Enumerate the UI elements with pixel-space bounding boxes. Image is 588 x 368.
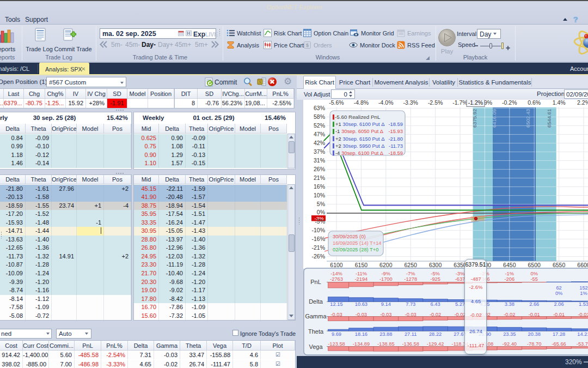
svg-text:-1700: -1700 — [379, 276, 393, 282]
svg-text:-65.66: -65.66 — [552, 341, 566, 347]
svg-text:-10%: -10% — [311, 227, 325, 233]
svg-text:-637: -637 — [455, 276, 465, 282]
svg-text:-5.60 Realized PnL: -5.60 Realized PnL — [335, 114, 381, 120]
svg-text:Theta: Theta — [308, 328, 324, 335]
svg-text:0%: 0% — [530, 271, 537, 276]
svg-text:-1.7%: -1.7% — [452, 100, 467, 106]
svg-text:62: 62 — [556, 285, 561, 291]
svg-text:-136.58: -136.58 — [402, 341, 419, 347]
svg-text:26%: 26% — [314, 166, 325, 172]
svg-text:12.15: 12.15 — [330, 301, 342, 307]
svg-text:9.69: 9.69 — [332, 331, 341, 337]
svg-text:Vega: Vega — [309, 343, 323, 350]
svg-text:Gamma: Gamma — [305, 313, 327, 319]
svg-text:5.27: 5.27 — [455, 301, 465, 307]
svg-text:152: 152 — [579, 285, 588, 291]
svg-text:2.2%: 2.2% — [577, 100, 588, 106]
svg-text:17.28: 17.28 — [553, 331, 565, 337]
svg-text:1%: 1% — [580, 291, 587, 296]
svg-text:$: $ — [306, 43, 309, 48]
svg-text:0%: 0% — [317, 209, 325, 215]
svg-text:16/09/2025 (14) T+14: 16/09/2025 (14) T+14 — [333, 240, 382, 246]
svg-text:-11.73: -11.73 — [389, 143, 403, 149]
svg-text:42%: 42% — [314, 140, 325, 146]
svg-text:20.38: 20.38 — [528, 331, 541, 337]
svg-text:-18.59: -18.59 — [388, 121, 403, 127]
svg-text:0%: 0% — [555, 291, 562, 296]
svg-text:-1278: -1278 — [404, 276, 417, 282]
svg-text:2.06: 2.06 — [554, 301, 564, 307]
svg-text:-0.01: -0.01 — [578, 312, 588, 317]
svg-text:-129.42: -129.42 — [427, 341, 444, 347]
svg-text:-1 30sep. 6050 Put Δ: -1 30sep. 6050 Put Δ — [335, 128, 383, 134]
svg-text:-0.03: -0.03 — [405, 312, 416, 317]
svg-text:6375.92: 6375.92 — [471, 109, 477, 128]
svg-text:$: $ — [259, 80, 261, 83]
svg-text:-0.01: -0.01 — [529, 312, 540, 317]
svg-text:-925: -925 — [430, 276, 440, 282]
svg-text:-123.58: -123.58 — [328, 341, 345, 347]
svg-text:30/09/2025 (0): 30/09/2025 (0) — [333, 234, 365, 239]
svg-text:-26%: -26% — [311, 253, 325, 260]
svg-text:31%: 31% — [314, 157, 325, 164]
svg-text:23.35: 23.35 — [503, 331, 516, 337]
svg-text:52%: 52% — [314, 122, 325, 129]
svg-text:-5%: -5% — [315, 218, 325, 225]
svg-text:1.53: 1.53 — [579, 301, 588, 307]
svg-text:-3.3%: -3.3% — [403, 100, 418, 106]
svg-text:23.88: 23.88 — [379, 331, 392, 337]
svg-text:-1%: -1% — [505, 271, 514, 276]
svg-text:-2763: -2763 — [330, 276, 343, 282]
svg-text:0.6%: 0.6% — [528, 100, 541, 106]
svg-text:+2 30sep. 5950 Put Δ: +2 30sep. 5950 Put Δ — [335, 143, 384, 149]
svg-text:-3%: -3% — [456, 271, 465, 276]
svg-text:-4.0%: -4.0% — [378, 100, 393, 106]
svg-text:-206: -206 — [504, 276, 514, 282]
svg-text:Delta: Delta — [309, 298, 323, 305]
svg-text:-53.71: -53.71 — [577, 341, 588, 347]
svg-text:6544.61: 6544.61 — [546, 109, 552, 128]
svg-text:-2.5%: -2.5% — [428, 100, 443, 106]
svg-text:2.66: 2.66 — [529, 301, 539, 307]
svg-text:28.22: 28.22 — [429, 331, 442, 337]
svg-text:-9%: -9% — [382, 271, 391, 276]
svg-text:10%: 10% — [314, 192, 325, 198]
svg-text:PnL: PnL — [310, 279, 321, 285]
svg-text:10.63: 10.63 — [355, 301, 367, 307]
svg-text:02/09/2025 (28) T+0: 02/09/2025 (28) T+0 — [333, 247, 378, 252]
svg-text:27.11: 27.11 — [405, 331, 417, 337]
svg-text:-4.8%: -4.8% — [354, 100, 369, 106]
svg-text:63%: 63% — [314, 105, 325, 111]
svg-text:-0.2%: -0.2% — [502, 100, 517, 106]
svg-text:16%: 16% — [314, 183, 325, 190]
svg-text:1.4%: 1.4% — [553, 100, 566, 106]
svg-text:6.43: 6.43 — [431, 301, 440, 307]
svg-text:-92.40: -92.40 — [503, 341, 517, 347]
svg-text:7.73: 7.73 — [406, 301, 415, 307]
svg-text:-15.93: -15.93 — [388, 128, 403, 134]
svg-text:-16%: -16% — [311, 236, 325, 242]
svg-text:-78.70: -78.70 — [527, 341, 541, 347]
svg-text:5%: 5% — [317, 201, 325, 207]
svg-text:-0.02: -0.02 — [504, 312, 515, 317]
svg-text:-21.80: -21.80 — [388, 136, 403, 142]
svg-text:-11%: -11% — [356, 271, 367, 276]
svg-text:+1 30sep. 6100 Put Δ: +1 30sep. 6100 Put Δ — [335, 121, 384, 127]
svg-text:-0.03: -0.03 — [330, 312, 342, 317]
svg-text:-1.2%: -1.2% — [468, 100, 483, 106]
svg-text:58%: 58% — [314, 113, 325, 120]
svg-text:47%: 47% — [314, 131, 325, 137]
svg-text:-21%: -21% — [311, 244, 325, 251]
svg-text:14.21: 14.21 — [577, 331, 588, 337]
svg-text:9.14: 9.14 — [381, 301, 391, 307]
svg-text:-55: -55 — [530, 276, 537, 282]
svg-text:6502.43: 6502.43 — [525, 109, 531, 128]
svg-text:-134.89: -134.89 — [353, 341, 370, 347]
svg-text:18.16: 18.16 — [355, 331, 367, 337]
svg-text:-4 30sep. 6100 Put Δ: -4 30sep. 6100 Put Δ — [335, 150, 383, 156]
svg-text:6416.09: 6416.09 — [491, 109, 497, 128]
svg-text:3.38: 3.38 — [505, 301, 514, 307]
svg-text:-138.85: -138.85 — [377, 341, 395, 347]
svg-text:37%: 37% — [314, 148, 325, 155]
svg-text:-14%: -14% — [330, 271, 342, 276]
